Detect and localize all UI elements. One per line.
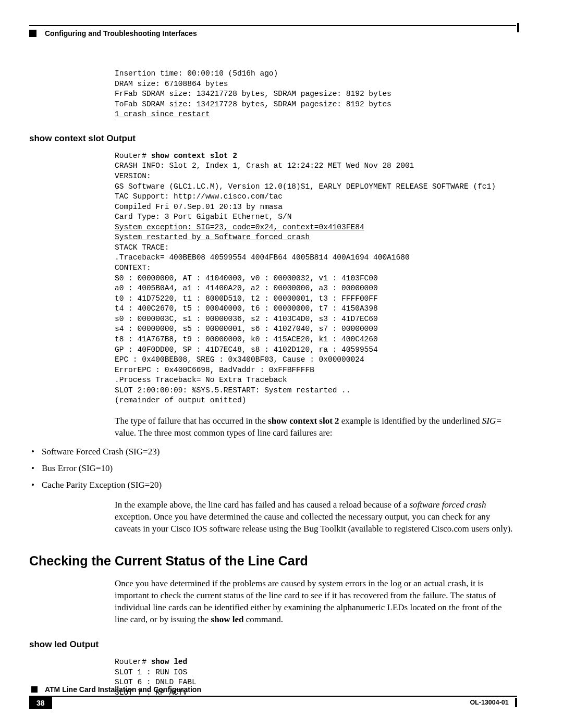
page-number: 38 [29,697,52,709]
text: example is identified by the underlined [339,416,482,426]
text-italic: software forced crash [409,500,486,510]
code-line: s4 : 00000000, s5 : 00000001, s6 : 41027… [115,325,378,333]
code-line: Compiled Fri 07.Sep.01 20:13 by nmasa [115,203,283,211]
code-line: GS Software (GLC1.LC.M), Version 12.0(18… [115,182,496,191]
code-line: GP : 40F0DD00, SP : 41D7EC48, s8 : 4102D… [115,346,378,354]
code-prompt: Router# [115,152,151,160]
section-heading-show-led: show led Output [29,639,516,650]
paragraph-example-explanation: In the example above, the line card has … [115,499,516,535]
code-line: a0 : 4005B0A4, a1 : 41400A20, a2 : 00000… [115,284,378,292]
code-prompt: Router# [115,658,151,666]
footer-edge-marker [515,698,517,707]
header-square-icon [29,30,36,37]
section-heading-show-context: show context slot Output [29,133,516,144]
code-line-underlined: 1 crash since restart [115,110,210,118]
code-line: EPC : 0x400BEB08, SREG : 0x3400BF03, Cau… [115,355,364,364]
text: value. The three most common types of li… [115,428,332,438]
code-line: CRASH INFO: Slot 2, Index 1, Crash at 12… [115,162,414,170]
code-line: ErrorEPC : 0x400C6698, BadVaddr : 0xFFBF… [115,366,314,374]
code-line: (remainder of output omitted) [115,396,246,404]
document-id: OL-13004-01 [470,699,508,706]
text: The type of failure that has occurred in… [115,416,268,426]
code-line: t0 : 41D75220, t1 : 8000D510, t2 : 00000… [115,294,378,303]
page-edge-marker [517,23,519,32]
text: In the example above, the line card has … [115,500,409,510]
code-line-underlined: System exception: SIG=23, code=0x24, con… [115,223,364,231]
code-line: DRAM size: 67108864 bytes [115,80,228,88]
failure-types-list: Software Forced Crash (SIG=23) Bus Error… [29,443,516,494]
list-item: Cache Parity Exception (SIG=20) [29,477,516,493]
code-line: t8 : 41A767B8, t9 : 00000000, k0 : 415AC… [115,335,378,343]
page-footer: ATM Line Card Installation and Configura… [29,685,517,709]
section-heading-checking-status: Checking the Current Status of the Line … [29,553,516,569]
text: Once you have determined if the problems… [115,578,502,624]
code-line: CONTEXT: [115,264,151,272]
code-line: SLOT 2:00:00:09: %SYS.5.RESTART: System … [115,386,350,394]
code-line: TAC Support: http://www.cisco.com/tac [115,192,283,201]
text: exception. Once you have determined the … [115,512,512,534]
code-line: FrFab SDRAM size: 134217728 bytes, SDRAM… [115,90,391,98]
code-line: Card Type: 3 Port Gigabit Ethernet, S/N [115,213,291,221]
code-block-context: Router# show context slot 2 CRASH INFO: … [115,151,516,406]
code-line: STACK TRACE: [115,243,169,252]
code-line: $0 : 00000000, AT : 41040000, v0 : 00000… [115,274,378,282]
code-line: .Traceback= 400BEB08 40599554 4004FB64 4… [115,253,410,262]
code-command: show led [151,658,188,666]
code-line: Insertion time: 00:00:10 (5d16h ago) [115,69,278,78]
code-command: show context slot 2 [151,152,237,160]
text: command. [243,614,283,624]
code-line: ToFab SDRAM size: 134217728 bytes, SDRAM… [115,100,391,108]
code-line: VERSION: [115,172,151,180]
code-line: s0 : 0000003C, s1 : 00000036, s2 : 4103C… [115,315,378,323]
code-line: t4 : 400C2670, t5 : 00040000, t6 : 00000… [115,304,378,313]
code-line-underlined: System restarted by a Software forced cr… [115,233,310,241]
running-header: Configuring and Troubleshooting Interfac… [29,25,516,38]
text-bold: show led [211,614,244,624]
footer-doc-title: ATM Line Card Installation and Configura… [45,685,201,694]
paragraph-failure-type: The type of failure that has occurred in… [115,415,516,439]
code-line: SLOT 1 : RUN IOS [115,668,187,676]
chapter-title: Configuring and Troubleshooting Interfac… [45,29,197,38]
paragraph-status-check: Once you have determined if the problems… [115,578,516,626]
code-line: .Process Traceback= No Extra Traceback [115,376,287,384]
text-bold: show context slot 2 [268,416,339,426]
list-item: Bus Error (SIG=10) [29,460,516,477]
code-block-diag: Insertion time: 00:00:10 (5d16h ago) DRA… [115,69,516,120]
list-item: Software Forced Crash (SIG=23) [29,443,516,460]
text-italic: SIG= [482,416,502,426]
footer-square-icon [31,686,38,693]
